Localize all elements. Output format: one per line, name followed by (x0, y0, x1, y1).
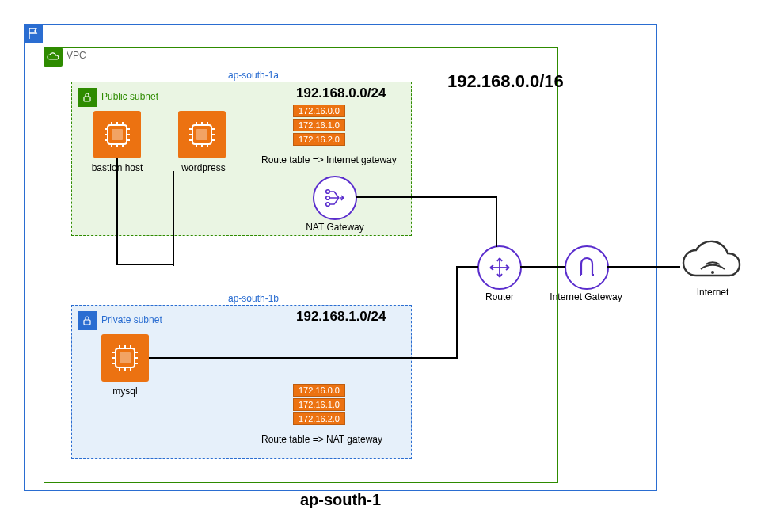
wordpress-ec2-icon (178, 111, 226, 158)
svg-point-49 (711, 271, 714, 274)
internet-label: Internet (689, 287, 736, 298)
public-subnet-cidr: 192.168.0.0/24 (296, 86, 386, 101)
internet-icon (677, 238, 748, 285)
svg-rect-32 (84, 320, 90, 325)
mysql-label: mysql (101, 386, 149, 397)
svg-point-31 (326, 203, 330, 207)
conn-igw-internet (607, 266, 680, 268)
router-icon (477, 245, 522, 290)
router-label: Router (481, 291, 518, 302)
svg-rect-34 (120, 352, 131, 363)
conn-bastion-down (116, 158, 118, 265)
public-subnet-lock-icon (78, 88, 97, 107)
wordpress-label: wordpress (176, 162, 231, 173)
conn-mysql-up (456, 266, 458, 359)
vpc-cidr: 192.168.0.0/16 (447, 71, 564, 92)
public-route-row-0: 172.16.0.0 (293, 104, 345, 117)
conn-mysql-to-router (456, 266, 478, 268)
conn-nat-router-v (496, 196, 497, 247)
bastion-ec2-icon (93, 111, 141, 158)
nat-gateway-icon (313, 176, 357, 220)
svg-rect-0 (84, 97, 90, 101)
svg-point-30 (326, 196, 330, 200)
public-route-table: 172.16.0.0 172.16.1.0 172.16.2.0 (293, 104, 345, 146)
svg-rect-2 (112, 129, 123, 140)
conn-bastion-across (116, 264, 173, 265)
vpc-label: VPC (67, 50, 86, 61)
public-route-row-2: 172.16.2.0 (293, 133, 345, 146)
vpc-cloud-icon (44, 48, 63, 66)
conn-nat-router (356, 196, 497, 198)
private-route-target: Route table => NAT gateway (261, 434, 382, 445)
internet-gateway-icon (565, 245, 609, 290)
private-subnet-label: Private subnet (101, 314, 162, 325)
private-subnet-cidr: 192.168.1.0/24 (296, 309, 386, 325)
public-route-row-1: 172.16.1.0 (293, 119, 345, 131)
region-label: ap-south-1 (238, 491, 443, 509)
svg-point-29 (326, 190, 330, 194)
conn-mysql-right (149, 357, 458, 359)
private-route-row-0: 172.16.0.0 (293, 384, 345, 397)
conn-wordpress-down (173, 171, 174, 266)
public-route-target: Route table => Internet gateway (261, 154, 397, 165)
conn-router-igw (520, 266, 565, 268)
internet-gateway-label: Internet Gateway (546, 291, 626, 302)
private-subnet-lock-icon (78, 311, 97, 330)
private-az-label: ap-south-1b (206, 293, 301, 304)
private-route-table: 172.16.0.0 172.16.1.0 172.16.2.0 (293, 384, 345, 425)
public-az-label: ap-south-1a (206, 70, 301, 81)
private-route-row-2: 172.16.2.0 (293, 412, 345, 425)
private-route-row-1: 172.16.1.0 (293, 398, 345, 411)
public-subnet-label: Public subnet (101, 91, 158, 102)
conn-wordpress-right (173, 264, 173, 266)
mysql-ec2-icon (101, 334, 149, 382)
nat-gateway-label: NAT Gateway (303, 222, 367, 233)
svg-rect-16 (196, 129, 207, 140)
region-flag-icon (24, 24, 43, 43)
